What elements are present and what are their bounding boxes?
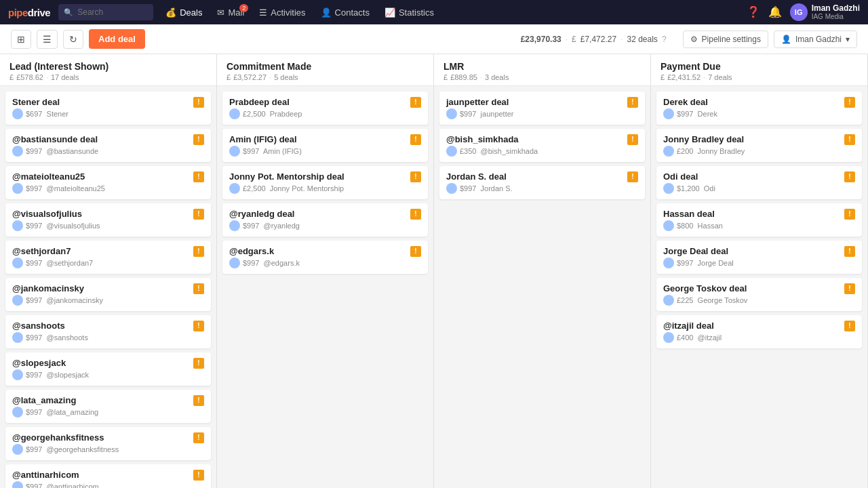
user-org: IAG Media xyxy=(812,13,860,21)
pipeline-settings-btn[interactable]: ⚙ Pipeline settings xyxy=(683,30,768,48)
col-title-commitment: Commitment Made xyxy=(226,61,424,72)
warning-icon xyxy=(193,321,204,331)
deal-name: @anttinarhicom xyxy=(12,470,193,480)
person-avatar xyxy=(12,332,23,343)
user-filter-btn[interactable]: 👤 Iman Gadzhi ▾ xyxy=(774,30,857,48)
person-avatar xyxy=(12,146,23,157)
col-total-payment: £2,431.52 xyxy=(667,73,701,81)
nav-label-contacts: Contacts xyxy=(335,7,370,18)
kanban-col-lmr: LMR £ £889.85 · 3 deals jaunpetter deal … xyxy=(434,54,651,488)
nav-item-contacts[interactable]: 👤 Contacts xyxy=(314,0,376,24)
card-row: @edgars.k $997 @edgars.k xyxy=(229,246,421,268)
list-view-btn[interactable]: ☰ xyxy=(37,30,58,49)
warning-icon xyxy=(844,321,855,331)
deal-person: $1,200 Odi xyxy=(663,183,844,194)
search-input[interactable] xyxy=(77,7,145,17)
avatar: IG xyxy=(790,3,808,21)
deal-card[interactable]: @sanshoots $997 @sanshoots xyxy=(5,315,211,348)
weighted-value-icon: £ xyxy=(572,35,576,44)
user-area[interactable]: IG Iman Gadzhi IAG Media xyxy=(790,3,860,21)
deal-card[interactable]: @jankomacinsky $997 @jankomacinsky xyxy=(5,278,211,311)
card-row: @ryanledg deal $997 @ryanledg xyxy=(229,209,421,231)
deal-person-name: $997 @ryanledg xyxy=(243,222,300,230)
deal-card[interactable]: George Toskov deal £225 George Toskov xyxy=(656,278,862,311)
deal-card[interactable]: @bastiansunde deal $997 @bastiansunde xyxy=(5,129,211,162)
deal-card[interactable]: @slopesjack $997 @slopesjack xyxy=(5,352,211,386)
deal-person: $997 @sanshoots xyxy=(12,332,193,343)
card-left: Odi deal $1,200 Odi xyxy=(663,171,844,194)
deal-person-name: $997 @visualsofjulius xyxy=(26,222,100,230)
deal-card[interactable]: @mateiolteanu25 $997 @mateiolteanu25 xyxy=(5,166,211,199)
col-deal-count-lmr: 3 deals xyxy=(485,73,509,81)
warning-icon xyxy=(410,134,421,145)
warning-icon xyxy=(193,358,204,369)
warning-icon xyxy=(410,209,421,220)
help-icon[interactable]: ❓ xyxy=(747,5,760,18)
col-deal-count-commitment: 5 deals xyxy=(274,73,298,81)
deal-card[interactable]: Jorge Deal deal $997 Jorge Deal xyxy=(656,241,862,274)
deal-card[interactable]: Amin (IFIG) deal $997 Amin (IFIG) xyxy=(222,129,428,162)
card-left: @georgehanksfitness $997 @georgehanksfit… xyxy=(12,432,193,455)
person-avatar xyxy=(663,108,674,119)
deal-card[interactable]: @visualsofjulius $997 @visualsofjulius xyxy=(5,203,211,237)
stats-sep1: · xyxy=(566,35,568,44)
deal-person-name: £2,500 Prabdeep xyxy=(243,110,302,118)
deal-card[interactable]: Hassan deal $800 Hassan xyxy=(656,203,862,237)
refresh-btn[interactable]: ↻ xyxy=(63,30,83,49)
deal-card[interactable]: @bish_simkhada £350 @bish_simkhada xyxy=(439,129,645,162)
deal-name: @jankomacinsky xyxy=(12,283,193,293)
card-row: Jordan S. deal $997 Jordan S. xyxy=(446,171,638,194)
deal-card[interactable]: @georgehanksfitness $997 @georgehanksfit… xyxy=(5,427,211,460)
deal-name: @sanshoots xyxy=(12,321,193,331)
deal-card[interactable]: Stener deal $697 Stener xyxy=(5,92,211,125)
statistics-icon: 📈 xyxy=(384,7,395,18)
deal-card[interactable]: Derek deal $997 Derek xyxy=(656,92,862,125)
warning-icon xyxy=(844,246,855,257)
notifications-icon[interactable]: 🔔 xyxy=(768,5,782,18)
deal-card[interactable]: Jonny Bradley deal £200 Jonny Bradley xyxy=(656,129,862,162)
deal-card[interactable]: jaunpetter deal $997 jaunpetter xyxy=(439,92,645,125)
topnav: pipedrive 🔍 💰 Deals ✉ Mail 2 ☰ Activitie… xyxy=(0,0,868,24)
warning-icon xyxy=(410,246,421,257)
person-avatar xyxy=(663,332,674,343)
card-row: @jankomacinsky $997 @jankomacinsky xyxy=(12,283,204,306)
deal-card[interactable]: @edgars.k $997 @edgars.k xyxy=(222,241,428,274)
deal-card[interactable]: @sethjordan7 $997 @sethjordan7 xyxy=(5,241,211,274)
deal-card[interactable]: @ryanledg deal $997 @ryanledg xyxy=(222,203,428,237)
kanban-board: Lead (Interest Shown) £ £578.62 · 17 dea… xyxy=(0,54,868,488)
col-meta-lead: £ £578.62 · 17 deals xyxy=(9,73,207,81)
deal-name: Jordan S. deal xyxy=(446,171,627,182)
card-left: Jonny Pot. Mentorship deal £2,500 Jonny … xyxy=(229,171,410,194)
board-view-btn[interactable]: ⊞ xyxy=(11,30,31,49)
total-value: £23,970.33 xyxy=(521,35,561,44)
nav-item-mail[interactable]: ✉ Mail 2 xyxy=(210,0,251,24)
pipeline-settings-label: Pipeline settings xyxy=(702,35,761,44)
nav-label-statistics: Statistics xyxy=(399,7,434,18)
deal-card[interactable]: Jonny Pot. Mentorship deal £2,500 Jonny … xyxy=(222,166,428,199)
nav-item-deals[interactable]: 💰 Deals xyxy=(159,0,209,24)
nav-item-statistics[interactable]: 📈 Statistics xyxy=(378,0,441,24)
add-deal-button[interactable]: Add deal xyxy=(89,29,145,49)
warning-icon xyxy=(193,283,204,294)
nav-item-activities[interactable]: ☰ Activities xyxy=(252,0,312,24)
deal-name: Stener deal xyxy=(12,97,193,107)
card-left: Prabdeep deal £2,500 Prabdeep xyxy=(229,97,410,119)
col-meta-commitment: £ £3,572.27 · 5 deals xyxy=(226,73,424,81)
deal-name: @edgars.k xyxy=(229,246,410,256)
mail-badge: 2 xyxy=(239,4,248,12)
warning-icon xyxy=(844,283,855,294)
deal-card[interactable]: Odi deal $1,200 Odi xyxy=(656,166,862,199)
person-avatar xyxy=(12,183,23,194)
deal-card[interactable]: Prabdeep deal £2,500 Prabdeep xyxy=(222,92,428,125)
deal-card[interactable]: @anttinarhicom $997 @anttinarhicom xyxy=(5,464,211,488)
card-left: Jorge Deal deal $997 Jorge Deal xyxy=(663,246,844,268)
deal-person-name: $800 Hassan xyxy=(677,222,723,230)
card-left: Jonny Bradley deal £200 Jonny Bradley xyxy=(663,134,844,157)
person-avatar xyxy=(663,220,674,231)
deal-card[interactable]: @itzajil deal £400 @itzajil xyxy=(656,315,862,348)
search-box[interactable]: 🔍 xyxy=(58,4,153,20)
deal-count-help-icon[interactable]: ? xyxy=(662,35,667,44)
deal-person-name: $997 @bastiansunde xyxy=(26,147,98,155)
deal-card[interactable]: Jordan S. deal $997 Jordan S. xyxy=(439,166,645,199)
deal-card[interactable]: @lata_amazing $997 @lata_amazing xyxy=(5,390,211,423)
